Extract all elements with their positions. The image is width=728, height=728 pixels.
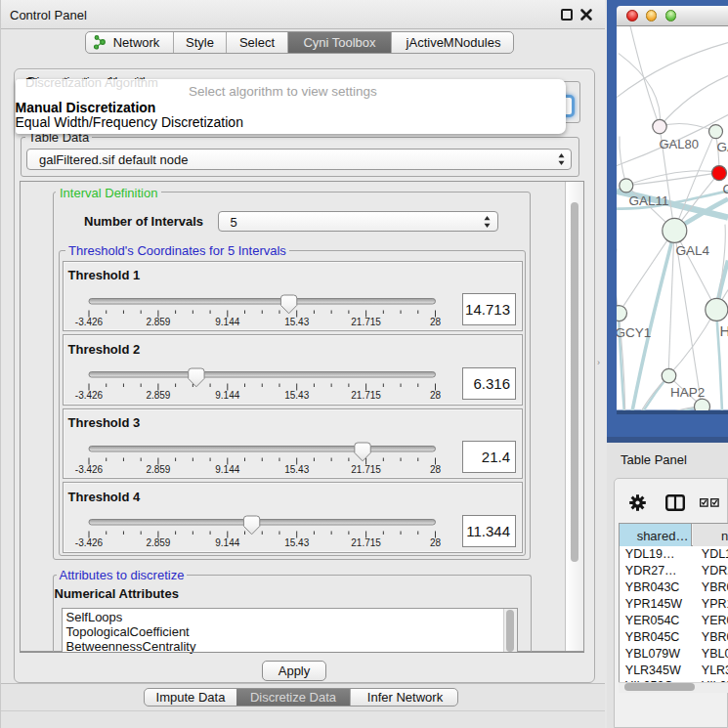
svg-text:-3.426: -3.426 [74, 537, 103, 548]
svg-text:-3.426: -3.426 [74, 316, 103, 326]
svg-text:21.715: 21.715 [351, 463, 381, 474]
svg-text:-3.426: -3.426 [74, 390, 103, 401]
svg-text:GAL11: GAL11 [629, 193, 669, 208]
svg-text:HAP2: HAP2 [670, 385, 705, 400]
svg-text:GAL4: GAL4 [676, 243, 710, 258]
svg-text:21.715: 21.715 [351, 390, 381, 401]
svg-text:GCY1: GCY1 [617, 325, 651, 340]
svg-text:GA: GA [717, 140, 728, 154]
svg-text:15.43: 15.43 [284, 390, 309, 401]
svg-text:15.43: 15.43 [284, 316, 309, 326]
svg-text:GAL80: GAL80 [660, 137, 699, 151]
svg-text:28: 28 [429, 316, 441, 326]
svg-text:C: C [723, 182, 728, 196]
svg-text:9.144: 9.144 [215, 537, 239, 548]
svg-text:2.859: 2.859 [146, 463, 170, 474]
svg-text:9.144: 9.144 [215, 390, 239, 401]
svg-text:2.859: 2.859 [146, 316, 170, 326]
svg-text:28: 28 [429, 537, 441, 548]
svg-text:28: 28 [429, 463, 441, 474]
svg-text:H: H [720, 322, 728, 339]
svg-text:9.144: 9.144 [215, 463, 239, 474]
svg-text:2.859: 2.859 [146, 537, 170, 548]
svg-text:2.859: 2.859 [146, 390, 170, 401]
svg-text:15.43: 15.43 [284, 537, 309, 548]
svg-text:-3.426: -3.426 [74, 463, 103, 474]
svg-text:15.43: 15.43 [284, 463, 309, 474]
svg-text:28: 28 [429, 390, 441, 401]
svg-text:21.715: 21.715 [351, 537, 381, 548]
svg-text:9.144: 9.144 [215, 316, 239, 326]
svg-text:21.715: 21.715 [351, 316, 381, 326]
